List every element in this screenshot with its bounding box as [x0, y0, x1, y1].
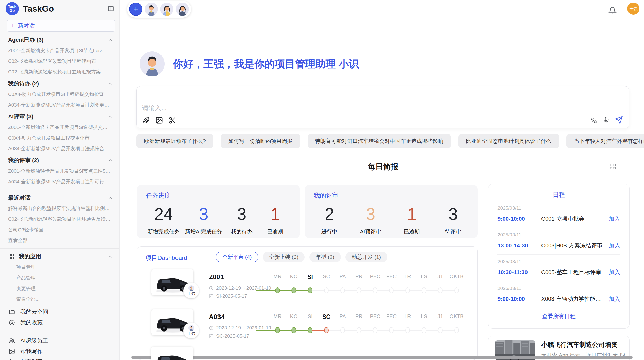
app-item[interactable]: 变更管理: [0, 284, 119, 293]
section-label: 我的应用: [19, 253, 41, 260]
app-item[interactable]: 查看全部...: [0, 295, 119, 304]
stat-column: 3待评审: [439, 205, 467, 235]
milestone-label: PA: [334, 274, 351, 279]
schedule-time: 10:30-11:30: [497, 269, 541, 276]
project-row: 王强A0342023-12-19 ~ 2026-01-19SC-2025-05-…: [137, 307, 477, 347]
section-header[interactable]: Agent已办 (3): [0, 36, 119, 44]
milestone-label: LS: [416, 274, 432, 279]
notification-bell-icon[interactable]: [608, 7, 617, 15]
collapse-sidebar-icon[interactable]: [108, 5, 114, 12]
sidebar-item-folder[interactable]: 我的云空间: [0, 307, 119, 317]
section-header[interactable]: AI评审 (3): [0, 112, 119, 121]
project-code: A034: [209, 313, 225, 321]
milestone-dot: [405, 327, 410, 333]
section-label: AI评审 (3): [8, 113, 33, 121]
agent-avatar-3[interactable]: [176, 3, 189, 16]
milestone-dot: [357, 287, 361, 293]
greeting-text: 你好，王强，我是你的项目管理助理 小识: [173, 57, 359, 71]
dashboard-tab[interactable]: 动总开发 (1): [345, 252, 388, 262]
dashboard-tab[interactable]: 全新平台 (4): [216, 252, 258, 262]
sidebar-row-label: 帮我写作: [20, 348, 43, 355]
schedule-name: C003|H0B-方案冻结评审: [541, 242, 605, 249]
sidebar-row-label: 我的收藏: [20, 319, 43, 326]
sidebar-item[interactable]: A034-全新新能源MUV产品开发项目造型可行性评审: [0, 177, 119, 186]
sidebar-item[interactable]: Z001-全新燃油轻卡产品开发项目SI造型提交物评审: [0, 123, 119, 132]
voice-call-icon[interactable]: [590, 116, 597, 124]
sidebar-item[interactable]: A034-全新新能源MUV产品开发项目法规符合性评审: [0, 144, 119, 153]
app-item[interactable]: 项目管理: [0, 263, 119, 272]
chevron-up-icon[interactable]: [108, 254, 113, 259]
chevron-up-icon[interactable]: [108, 81, 113, 86]
suggestion-chip[interactable]: 当下年轻人对汽车外观有怎样的喜好趋势: [566, 134, 644, 148]
sidebar-item[interactable]: C0X4-动力总成开发项目SI里程碑提交物检查: [0, 90, 119, 99]
section-header[interactable]: 我的应用: [0, 252, 119, 261]
agent-avatar-1[interactable]: [145, 3, 158, 16]
section-header[interactable]: 我的待办 (2): [0, 79, 119, 88]
schedule-name: C005-整车工程目标评审: [541, 268, 605, 276]
sidebar-item[interactable]: C02-飞腾新能源轻客改款项目里程碑画布: [0, 57, 119, 66]
folder-icon: [9, 309, 15, 315]
section-header[interactable]: 我的评审 (2): [0, 156, 119, 165]
milestone-label: FEC: [383, 313, 400, 319]
screenshot-scissors-icon[interactable]: [169, 116, 176, 124]
sidebar-item[interactable]: Z001-全新燃油皮卡产品开发项目SI节点Lesson Learn报告: [0, 46, 119, 55]
milestone-label: SC: [318, 313, 334, 320]
sidebar-item[interactable]: Z001-全新燃油轻卡产品开发项目SI节点属性5D文件评审: [0, 167, 119, 175]
chat-input[interactable]: 请输入...: [142, 104, 167, 112]
milestone-dot: [340, 327, 345, 333]
stat-column: 1已逾期: [261, 205, 289, 235]
stat-column: 2进行中: [315, 205, 343, 235]
view-all-schedule-link[interactable]: 查看所有日程: [488, 312, 629, 320]
schedule-name: X003-车辆动力学性能验...: [541, 295, 605, 303]
join-link[interactable]: 加入: [609, 215, 620, 223]
layout-grid-icon[interactable]: [609, 163, 616, 170]
suggestion-chip[interactable]: 比亚迪全固态电池计划具体说了什么: [458, 134, 559, 148]
sidebar-item-star[interactable]: 我的收藏: [0, 317, 119, 328]
suggestion-chip[interactable]: 特朗普可能对进口汽车增税会对中国车企造成哪些影响: [308, 134, 451, 148]
milestone-dot: [422, 287, 426, 293]
new-chat-button[interactable]: + 新对话: [7, 20, 115, 32]
recent-chat-item[interactable]: 公司Q3轻卡销量: [0, 226, 119, 234]
sidebar-row-label: 我的云空间: [20, 308, 48, 316]
attachment-icon[interactable]: [142, 116, 150, 124]
daily-brief-title: 每日简报: [136, 162, 630, 172]
sidebar-item[interactable]: C02-飞腾新能源轻客改款项目立项汇报方案: [0, 68, 119, 76]
project-dashboard-card: 项目Dashboard 全新平台 (4)全新上装 (3)年型 (2)动总开发 (…: [137, 246, 478, 360]
join-link[interactable]: 加入: [609, 295, 620, 303]
milestone-dot: [357, 327, 361, 333]
add-agent-button[interactable]: +: [129, 3, 142, 16]
chevron-up-icon[interactable]: [108, 37, 113, 43]
sidebar-tool-pen[interactable]: 创意制图: [0, 357, 119, 360]
sidebar-tool-users[interactable]: AI超级员工: [0, 335, 119, 346]
send-icon[interactable]: [615, 116, 623, 124]
image-icon: [9, 348, 15, 355]
image-upload-icon[interactable]: [155, 116, 163, 124]
milestone-label: OKTB: [448, 313, 465, 319]
sidebar-item[interactable]: C0X4-动力总成开发项目工程变更评审: [0, 134, 119, 142]
join-link[interactable]: 加入: [609, 242, 620, 249]
sidebar-row-label: 创意制图: [20, 358, 43, 360]
microphone-icon[interactable]: [603, 116, 610, 124]
join-link[interactable]: 加入: [609, 268, 620, 276]
dashboard-tab[interactable]: 年型 (2): [309, 252, 341, 262]
sidebar-tool-image[interactable]: 帮我写作: [0, 346, 119, 357]
section-header[interactable]: 最近对话: [0, 193, 119, 202]
dashboard-tab[interactable]: 全新上装 (3): [263, 252, 305, 262]
sidebar-item[interactable]: A034-全新新能源MUV产品开发项目计划变更表编写: [0, 101, 119, 109]
agent-avatar-2[interactable]: [160, 3, 173, 16]
chevron-up-icon[interactable]: [108, 158, 113, 163]
app-item[interactable]: 产品管理: [0, 274, 119, 282]
horizontal-scrollbar[interactable]: [131, 356, 633, 359]
user-avatar[interactable]: 王强: [627, 3, 639, 15]
milestone-dot: [405, 287, 410, 293]
suggestion-chip[interactable]: 如何写一份清晰的项目周报: [221, 134, 300, 148]
schedule-date: 2025/03/11: [497, 286, 620, 291]
stat-value: 2: [315, 205, 343, 223]
suggestion-chip[interactable]: 欧洲新规最近颁布了什么?: [136, 134, 213, 148]
chevron-up-icon[interactable]: [108, 114, 113, 119]
recent-chat-item[interactable]: 查看全部...: [0, 236, 119, 245]
recent-chat-item[interactable]: 解释最新出台的欧盟报废车法规再生塑料比例被调至15%...: [0, 204, 119, 213]
chevron-up-icon[interactable]: [108, 195, 113, 201]
milestone-dot: [438, 327, 443, 333]
recent-chat-item[interactable]: C02-飞腾新能源轻客改款项目的闭环通告反馈情况: [0, 215, 119, 223]
